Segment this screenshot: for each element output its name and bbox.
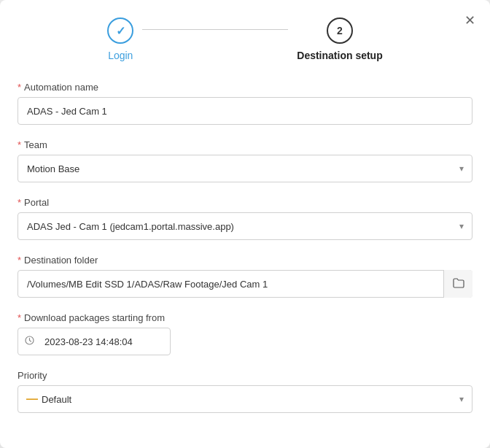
close-button[interactable]: ✕	[461, 12, 478, 29]
destination-folder-required: *	[18, 255, 21, 266]
team-group: * Team Motion Base ▾	[18, 139, 472, 182]
team-select-wrapper: Motion Base ▾	[18, 155, 472, 182]
automation-name-group: * Automation name	[18, 82, 472, 125]
automation-name-label: * Automation name	[18, 82, 472, 93]
form-body: * Automation name * Team Motion Base ▾ *…	[0, 76, 490, 445]
priority-group: Priority — Default ▾	[18, 370, 472, 413]
priority-label: Priority	[18, 370, 472, 381]
datetime-wrapper	[18, 328, 171, 355]
folder-icon	[453, 278, 464, 290]
step-login-label: Login	[108, 50, 133, 61]
step-destination-label: Destination setup	[297, 50, 382, 61]
step-connector	[142, 29, 288, 30]
portal-group: * Portal ADAS Jed - Cam 1 (jedcam1.porta…	[18, 197, 472, 240]
automation-name-required: *	[18, 82, 21, 93]
portal-select-wrapper: ADAS Jed - Cam 1 (jedcam1.portal.massive…	[18, 212, 472, 240]
portal-select[interactable]: ADAS Jed - Cam 1 (jedcam1.portal.massive…	[18, 212, 472, 240]
destination-folder-label: * Destination folder	[18, 255, 472, 266]
priority-select[interactable]: Default	[18, 385, 472, 413]
portal-label: * Portal	[18, 197, 472, 208]
automation-name-input[interactable]	[18, 97, 472, 125]
folder-browse-button[interactable]	[443, 270, 472, 298]
priority-select-wrapper: — Default ▾	[18, 385, 472, 413]
download-packages-label: * Download packages starting from	[18, 312, 472, 323]
step-destination-number: 2	[337, 25, 343, 36]
portal-required: *	[18, 197, 21, 208]
step-login: ✓ Login	[107, 18, 133, 61]
team-select[interactable]: Motion Base	[18, 155, 472, 182]
destination-folder-input[interactable]	[18, 270, 472, 298]
destination-folder-group: * Destination folder	[18, 255, 472, 298]
download-packages-group: * Download packages starting from	[18, 312, 472, 355]
step-destination-setup: 2 Destination setup	[297, 18, 382, 61]
destination-folder-wrapper	[18, 270, 472, 298]
download-packages-required: *	[18, 312, 21, 323]
team-label: * Team	[18, 139, 472, 150]
team-required: *	[18, 139, 21, 150]
datetime-input[interactable]	[18, 328, 171, 355]
dialog: ✕ ✓ Login 2 Destination setup * Automati…	[0, 0, 490, 448]
stepper: ✓ Login 2 Destination setup	[0, 0, 490, 76]
step-login-check-icon: ✓	[116, 24, 125, 38]
step-login-circle: ✓	[107, 18, 133, 44]
step-destination-circle: 2	[327, 18, 353, 44]
close-icon: ✕	[464, 12, 475, 28]
